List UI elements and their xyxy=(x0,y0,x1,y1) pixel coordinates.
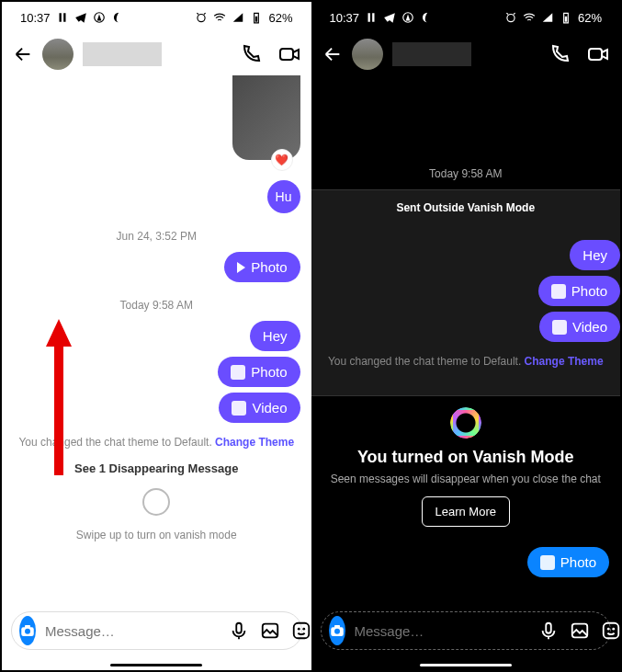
app-icon xyxy=(93,11,106,24)
sticker-button[interactable] xyxy=(601,621,621,641)
mic-button[interactable] xyxy=(229,621,249,641)
wifi-icon xyxy=(523,11,536,24)
annotation-arrow xyxy=(40,319,77,484)
contact-name[interactable] xyxy=(83,42,162,66)
message-composer[interactable] xyxy=(11,611,302,650)
svg-rect-3 xyxy=(280,49,293,60)
gallery-button[interactable] xyxy=(260,621,280,641)
battery-icon xyxy=(250,11,263,24)
home-indicator xyxy=(110,664,202,666)
message-input[interactable] xyxy=(355,623,529,639)
back-button[interactable] xyxy=(13,44,33,64)
wifi-icon xyxy=(213,11,226,24)
svg-rect-7 xyxy=(236,623,242,633)
home-indicator xyxy=(420,664,512,666)
svg-point-1 xyxy=(198,15,205,22)
photo-message[interactable]: Photo xyxy=(224,252,300,282)
pause-icon xyxy=(56,11,69,24)
message-hey[interactable]: Hey xyxy=(250,321,300,351)
svg-rect-15 xyxy=(589,49,602,60)
svg-point-11 xyxy=(302,628,305,631)
signal-icon xyxy=(232,11,244,24)
change-theme-link[interactable]: Change Theme xyxy=(525,355,604,368)
svg-rect-19 xyxy=(546,623,551,633)
battery-pct: 62% xyxy=(268,11,292,25)
signal-icon xyxy=(541,11,554,24)
vanish-hint: Swipe up to turn on vanish mode xyxy=(13,529,300,541)
sticker-button[interactable] xyxy=(291,621,311,641)
camera-button[interactable] xyxy=(329,616,345,645)
photo-message-vanish[interactable]: Photo xyxy=(527,547,609,577)
chat-header xyxy=(2,33,311,75)
vanish-ring-icon xyxy=(450,407,481,439)
timestamp: Today 9:58 AM xyxy=(311,167,621,180)
svg-rect-18 xyxy=(334,625,340,628)
heart-reaction[interactable]: ❤️ xyxy=(271,149,293,171)
video-call-button[interactable] xyxy=(587,43,609,65)
avatar[interactable] xyxy=(42,39,74,70)
svg-rect-21 xyxy=(603,623,618,639)
back-button[interactable] xyxy=(322,44,343,64)
message-hu[interactable]: Hu xyxy=(267,180,300,213)
moon-icon xyxy=(111,11,124,24)
alarm-icon xyxy=(504,11,517,24)
change-theme-link[interactable]: Change Theme xyxy=(215,436,294,449)
svg-point-13 xyxy=(507,15,515,22)
telegram-icon xyxy=(74,11,87,24)
vanish-subtitle: Seen messages will disappear when you cl… xyxy=(330,473,603,485)
learn-more-button[interactable]: Learn More xyxy=(422,496,510,527)
status-bar: 10:37 62% xyxy=(311,2,621,33)
vanish-circle xyxy=(142,488,170,516)
clock: 10:37 xyxy=(330,11,360,25)
vanish-title: You turned on Vanish Mode xyxy=(330,448,603,467)
telegram-icon xyxy=(383,11,396,24)
app-icon xyxy=(401,11,414,24)
pause-icon xyxy=(365,11,378,24)
svg-rect-2 xyxy=(255,17,257,22)
video-message[interactable]: Video xyxy=(539,312,620,342)
theme-change-notice: You changed the chat theme to Default. C… xyxy=(311,355,621,368)
call-button[interactable] xyxy=(548,43,571,65)
chat-header xyxy=(311,33,621,75)
message-composer[interactable] xyxy=(321,611,612,650)
photo-message[interactable]: Photo xyxy=(218,357,300,387)
video-message[interactable]: Video xyxy=(219,393,300,423)
call-button[interactable] xyxy=(240,43,262,65)
svg-rect-14 xyxy=(565,17,567,22)
status-bar: 10:37 62% xyxy=(2,2,311,33)
svg-point-23 xyxy=(612,628,615,631)
svg-point-5 xyxy=(25,629,30,634)
timestamp: Today 9:58 AM xyxy=(13,299,300,312)
vanish-mode-card: You turned on Vanish Mode Seen messages … xyxy=(311,396,621,538)
camera-button[interactable] xyxy=(19,616,36,645)
moon-icon xyxy=(420,11,433,24)
battery-pct: 62% xyxy=(578,11,602,25)
svg-rect-9 xyxy=(294,623,310,639)
timestamp: Jun 24, 3:52 PM xyxy=(13,230,300,243)
alarm-icon xyxy=(195,11,208,24)
svg-point-17 xyxy=(334,629,340,634)
clock: 10:37 xyxy=(20,11,51,25)
avatar[interactable] xyxy=(352,39,383,70)
photo-message[interactable]: Photo xyxy=(538,276,620,306)
contact-name[interactable] xyxy=(392,42,471,66)
message-input[interactable] xyxy=(45,623,220,639)
image-message[interactable]: ❤️ xyxy=(232,75,300,160)
svg-point-10 xyxy=(298,628,300,631)
battery-icon xyxy=(560,11,572,24)
svg-point-22 xyxy=(606,628,609,631)
svg-rect-6 xyxy=(25,625,30,628)
mic-button[interactable] xyxy=(538,621,559,641)
message-hey[interactable]: Hey xyxy=(570,240,620,270)
gallery-button[interactable] xyxy=(570,621,590,641)
vanish-banner: Sent Outside Vanish Mode xyxy=(311,189,621,225)
video-call-button[interactable] xyxy=(278,43,300,65)
